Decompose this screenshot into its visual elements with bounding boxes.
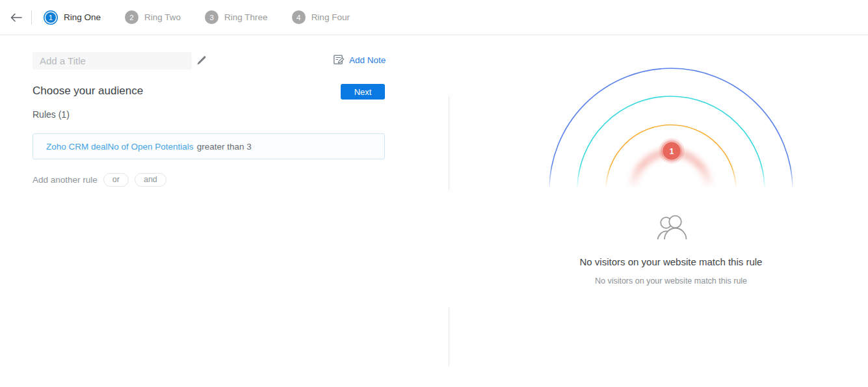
rules-label: Rules (1) xyxy=(33,109,70,120)
rule-item[interactable]: Zoho CRM dealNo of Open Potentials great… xyxy=(33,133,385,159)
add-rule-row: Add another rule or and xyxy=(33,173,172,187)
step-ring-three[interactable]: 3 Ring Three xyxy=(205,10,268,24)
next-button[interactable]: Next xyxy=(341,84,385,100)
step-ring-four[interactable]: 4 Ring Four xyxy=(292,10,350,24)
step-ring-two[interactable]: 2 Ring Two xyxy=(125,10,181,24)
note-pencil-icon xyxy=(334,55,345,65)
panel-divider-bottom xyxy=(449,308,449,366)
step-label: Ring Three xyxy=(224,12,268,22)
header-divider xyxy=(31,10,32,25)
ring-setup-page: 1 Ring One 2 Ring Two 3 Ring Three 4 Rin… xyxy=(0,0,868,387)
empty-state-icon-wrap xyxy=(657,215,687,240)
step-ring-one[interactable]: 1 Ring One xyxy=(44,10,101,25)
step-label: Ring One xyxy=(64,12,101,22)
empty-state-title: No visitors on your website match this r… xyxy=(547,256,795,267)
or-button[interactable]: or xyxy=(103,173,129,187)
back-button[interactable] xyxy=(9,10,23,25)
and-button[interactable]: and xyxy=(135,173,166,187)
wizard-header: 1 Ring One 2 Ring Two 3 Ring Three 4 Rin… xyxy=(0,0,868,35)
rule-criteria: greater than 3 xyxy=(197,142,252,152)
wizard-steps: 1 Ring One 2 Ring Two 3 Ring Three 4 Rin… xyxy=(44,10,350,25)
visitor-count-badge: 1 xyxy=(659,139,685,164)
badge-count: 1 xyxy=(670,147,674,156)
ring-outer-arc xyxy=(549,68,793,190)
rule-condition-link[interactable]: Zoho CRM dealNo of Open Potentials xyxy=(46,142,194,152)
audience-heading: Choose your audience xyxy=(33,85,143,98)
ring-arcs-graphic: 1 xyxy=(547,61,795,190)
step-number-badge: 3 xyxy=(205,10,218,24)
step-number-badge: 2 xyxy=(125,10,138,24)
add-note-button[interactable]: Add Note xyxy=(334,55,386,65)
rules-count: (1) xyxy=(59,109,70,120)
pencil-icon xyxy=(196,55,207,66)
people-icon xyxy=(657,215,687,240)
empty-state-subtitle: No visitors on your website match this r… xyxy=(547,276,795,286)
arrow-left-icon xyxy=(10,13,22,22)
title-input[interactable] xyxy=(33,52,192,70)
add-another-rule-label: Add another rule xyxy=(33,175,98,185)
step-label: Ring Four xyxy=(311,12,350,22)
step-number-badge: 4 xyxy=(292,10,306,24)
step-label: Ring Two xyxy=(144,12,181,22)
edit-title-button[interactable] xyxy=(196,55,208,67)
step-number-badge: 1 xyxy=(46,12,56,23)
panel-divider-top xyxy=(449,96,449,191)
add-note-label: Add Note xyxy=(349,55,386,65)
ring-visualization: 1 xyxy=(547,61,795,190)
